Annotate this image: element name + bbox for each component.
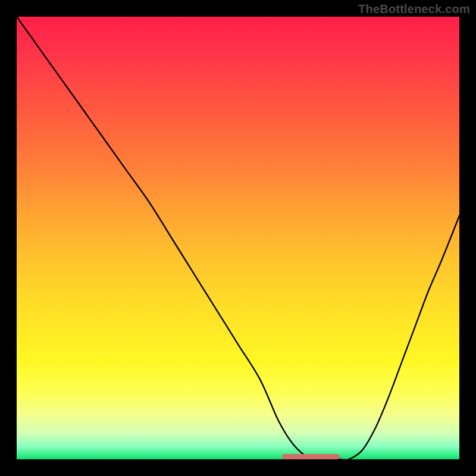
optimal-range-marker — [282, 454, 340, 459]
watermark-text: TheBottleneck.com — [358, 2, 470, 16]
bottleneck-curve — [17, 17, 459, 459]
chart-frame: TheBottleneck.com — [0, 0, 476, 476]
plot-area — [17, 17, 459, 459]
